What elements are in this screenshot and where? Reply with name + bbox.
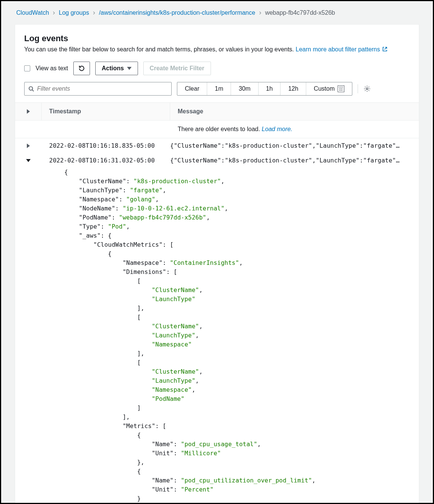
svg-point-1 bbox=[366, 88, 368, 90]
page-description: You can use the filter bar below to sear… bbox=[24, 45, 410, 54]
settings-button[interactable] bbox=[363, 85, 371, 93]
column-header-message: Message bbox=[170, 103, 419, 120]
time-range-1h[interactable]: 1h bbox=[259, 82, 281, 95]
chevron-right-icon: › bbox=[93, 9, 95, 17]
chevron-right-icon: › bbox=[53, 9, 55, 17]
learn-more-link[interactable]: Learn more about filter patterns bbox=[296, 46, 388, 53]
breadcrumb-log-groups[interactable]: Log groups bbox=[59, 9, 89, 16]
time-range-group: Clear 1m 30m 1h 12h Custom bbox=[177, 82, 352, 96]
refresh-button[interactable] bbox=[73, 62, 90, 75]
create-metric-filter-button[interactable]: Create Metric Filter bbox=[143, 62, 211, 75]
log-timestamp: 2022-02-08T10:16:31.032-05:00 bbox=[42, 155, 170, 165]
calendar-icon bbox=[338, 85, 344, 92]
breadcrumb: CloudWatch › Log groups › /aws/container… bbox=[1, 9, 433, 24]
svg-point-0 bbox=[29, 87, 33, 90]
filter-events-input[interactable] bbox=[37, 85, 167, 92]
log-message: {"ClusterName":"k8s-production-cluster",… bbox=[170, 141, 419, 151]
view-as-text-label: View as text bbox=[36, 65, 68, 72]
breadcrumb-log-group-path[interactable]: /aws/containerinsights/k8s-production-cl… bbox=[99, 9, 256, 16]
expand-all-toggle[interactable] bbox=[27, 109, 30, 114]
load-more-link[interactable]: Load more. bbox=[262, 126, 292, 132]
refresh-icon bbox=[78, 65, 85, 72]
page-title: Log events bbox=[24, 34, 410, 43]
time-range-clear[interactable]: Clear bbox=[177, 82, 207, 95]
older-events-row: There are older events to load. Load mor… bbox=[15, 121, 419, 138]
external-link-icon bbox=[382, 46, 388, 52]
search-icon bbox=[28, 86, 34, 92]
expanded-json: { "ClusterName": "k8s-production-cluster… bbox=[15, 168, 419, 504]
log-timestamp: 2022-02-08T10:16:18.835-05:00 bbox=[42, 141, 170, 151]
log-message: {"ClusterName":"k8s-production-cluster",… bbox=[170, 155, 419, 165]
table-header: Timestamp Message bbox=[15, 102, 419, 121]
filter-events-search[interactable] bbox=[24, 82, 172, 96]
log-row: 2022-02-08T10:16:31.032-05:00 {"ClusterN… bbox=[15, 153, 419, 168]
time-range-1m[interactable]: 1m bbox=[207, 82, 231, 95]
time-range-12h[interactable]: 12h bbox=[281, 82, 306, 95]
caret-down-icon bbox=[127, 67, 132, 70]
divider bbox=[358, 84, 358, 93]
expand-row-toggle[interactable] bbox=[27, 144, 30, 148]
breadcrumb-current: webapp-fb4c797dd-x526b bbox=[265, 9, 335, 16]
column-header-timestamp: Timestamp bbox=[42, 103, 170, 120]
log-row: 2022-02-08T10:16:18.835-05:00 {"ClusterN… bbox=[15, 138, 419, 153]
view-as-text-checkbox[interactable] bbox=[24, 65, 30, 71]
older-events-text: There are older events to load. bbox=[178, 126, 262, 132]
time-range-30m[interactable]: 30m bbox=[231, 82, 258, 95]
collapse-row-toggle[interactable] bbox=[26, 159, 31, 162]
actions-button[interactable]: Actions bbox=[95, 62, 138, 75]
time-range-custom[interactable]: Custom bbox=[306, 82, 352, 95]
chevron-right-icon: › bbox=[259, 9, 261, 17]
log-events-panel: Log events You can use the filter bar be… bbox=[15, 24, 419, 504]
breadcrumb-cloudwatch[interactable]: CloudWatch bbox=[16, 9, 49, 16]
